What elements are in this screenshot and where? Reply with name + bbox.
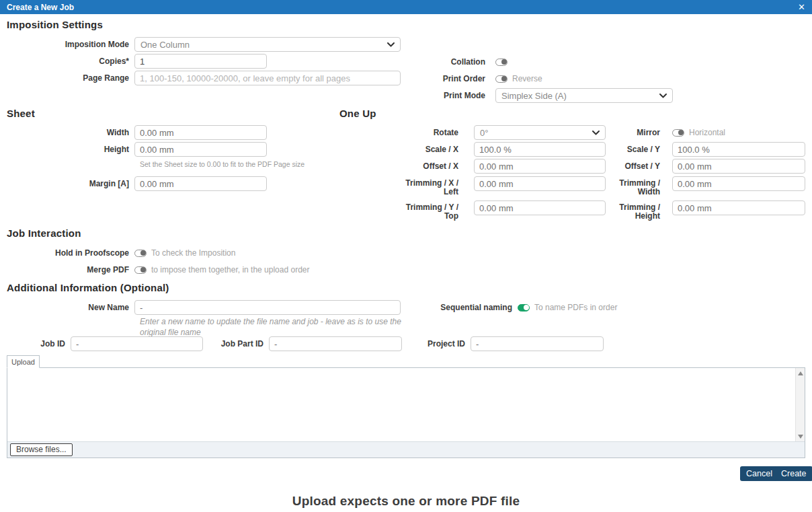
print-order-row: Print Order Reverse [376, 74, 542, 83]
scale-y-label: Scale / Y [541, 145, 665, 154]
page-range-row: Page Range [0, 71, 401, 85]
sheet-width-input[interactable] [134, 125, 267, 140]
trimming-width-label: Trimming / Width [541, 176, 665, 196]
toggle-knob [501, 76, 507, 81]
sequential-naming-toggle[interactable] [518, 304, 530, 312]
project-id-label: Project ID [403, 340, 471, 349]
section-heading-one-up: One Up [339, 108, 376, 119]
scale-y-input[interactable] [672, 142, 805, 157]
new-name-helper-text: Enter a new name to update the file name… [140, 317, 409, 338]
page-range-label: Page Range [0, 74, 134, 83]
section-heading-sheet: Sheet [7, 108, 35, 119]
new-name-input[interactable] [134, 300, 401, 315]
print-order-label: Print Order [376, 75, 491, 83]
rotate-label: Rotate [339, 129, 464, 137]
cancel-button[interactable]: Cancel [740, 466, 778, 481]
tab-upload[interactable]: Upload [7, 355, 40, 368]
sheet-height-label: Height [0, 145, 134, 154]
sequential-naming-label: Sequential naming [403, 303, 518, 312]
sheet-margin-row: Margin [A] [0, 176, 267, 191]
job-part-id-label: Job Part ID [202, 340, 269, 349]
sheet-height-input[interactable] [134, 142, 267, 157]
create-button[interactable]: Create [775, 466, 812, 481]
offset-y-input[interactable] [672, 159, 805, 174]
imposition-mode-value: One Column [140, 40, 190, 50]
print-order-toggle[interactable] [495, 75, 508, 83]
sequential-naming-hint: To name PDFs in order [534, 303, 617, 312]
sheet-margin-input[interactable] [134, 176, 267, 191]
job-part-id-input[interactable] [269, 336, 402, 351]
project-id-row: Project ID [403, 336, 604, 351]
collation-row: Collation [376, 57, 508, 67]
sequential-naming-row: Sequential naming To name PDFs in order [403, 303, 617, 312]
job-id-input[interactable] [71, 336, 203, 351]
trimming-width-input[interactable] [672, 176, 805, 191]
imposition-mode-select[interactable]: One Column [134, 37, 401, 52]
offset-x-label: Offset / X [339, 162, 464, 171]
copies-label: Copies* [0, 57, 134, 66]
scale-y-row: Scale / Y [541, 142, 805, 157]
sheet-margin-label: Margin [A] [0, 180, 134, 188]
project-id-input[interactable] [471, 336, 604, 351]
scale-x-label: Scale / X [339, 145, 464, 154]
hold-in-proofscope-label: Hold in Proofscope [0, 249, 134, 258]
trimming-y-top-label: Trimming / Y / Top [339, 200, 464, 221]
dialog-title: Create a New Job [7, 3, 74, 12]
toggle-knob [678, 130, 684, 135]
hold-in-proofscope-toggle[interactable] [134, 250, 147, 257]
upload-panel: Browse files... [7, 367, 805, 458]
scroll-up-icon[interactable] [798, 371, 803, 375]
upload-expectation-message: Upload expects one or more PDF file [0, 494, 812, 509]
offset-y-row: Offset / Y [541, 159, 805, 174]
merge-pdf-toggle[interactable] [134, 266, 147, 274]
upload-footer: Browse files... [7, 441, 805, 458]
print-mode-label: Print Mode [376, 92, 491, 100]
merge-pdf-label: Merge PDF [0, 266, 134, 275]
offset-y-label: Offset / Y [541, 162, 665, 171]
section-heading-imposition: Imposition Settings [7, 19, 103, 30]
toggle-knob [140, 250, 146, 256]
trimming-height-input[interactable] [672, 200, 805, 215]
browse-files-button[interactable]: Browse files... [10, 443, 73, 456]
chevron-down-icon [659, 94, 667, 98]
job-part-id-row: Job Part ID [202, 336, 402, 351]
mirror-hint: Horizontal [689, 128, 725, 137]
hold-in-proofscope-row: Hold in Proofscope To check the Impositi… [0, 248, 235, 258]
sheet-height-row: Height [0, 142, 267, 157]
upload-scrollbar[interactable] [795, 368, 805, 442]
close-icon[interactable]: ✕ [798, 3, 805, 11]
job-id-row: Job ID [0, 336, 203, 351]
mirror-label: Mirror [541, 129, 665, 137]
mirror-row: Mirror Horizontal [541, 128, 725, 137]
copies-input[interactable] [134, 54, 267, 69]
collation-toggle[interactable] [495, 59, 508, 66]
dialog-titlebar: Create a New Job ✕ [0, 0, 812, 14]
imposition-mode-row: Imposition Mode One Column [0, 37, 401, 52]
mirror-toggle[interactable] [672, 129, 684, 137]
toggle-knob [140, 267, 146, 272]
collation-label: Collation [376, 58, 491, 67]
imposition-mode-label: Imposition Mode [0, 40, 134, 49]
merge-pdf-row: Merge PDF to impose them together, in th… [0, 265, 309, 275]
print-order-hint: Reverse [512, 74, 542, 83]
new-name-label: New Name [0, 303, 134, 312]
new-name-row: New Name [0, 300, 401, 315]
scroll-down-icon[interactable] [798, 435, 803, 439]
print-mode-row: Print Mode Simplex Side (A) [376, 88, 673, 103]
section-heading-job-interaction: Job Interaction [7, 227, 81, 239]
sheet-width-label: Width [0, 129, 134, 137]
print-mode-select[interactable]: Simplex Side (A) [495, 88, 673, 103]
chevron-down-icon [387, 42, 395, 47]
trimming-width-row: Trimming / Width [541, 176, 805, 196]
merge-pdf-hint: to impose them together, in the upload o… [151, 265, 309, 275]
toggle-knob [501, 59, 507, 65]
print-mode-value: Simplex Side (A) [501, 91, 567, 101]
trimming-height-label: Trimming / Height [541, 200, 665, 221]
toggle-knob [524, 305, 529, 310]
sheet-size-helper-text: Set the Sheet size to 0.00 to fit to the… [140, 160, 304, 168]
copies-row: Copies* [0, 54, 267, 69]
job-id-label: Job ID [0, 340, 71, 349]
page-range-input[interactable] [134, 71, 401, 85]
trimming-height-row: Trimming / Height [541, 200, 805, 221]
sheet-width-row: Width [0, 125, 267, 140]
